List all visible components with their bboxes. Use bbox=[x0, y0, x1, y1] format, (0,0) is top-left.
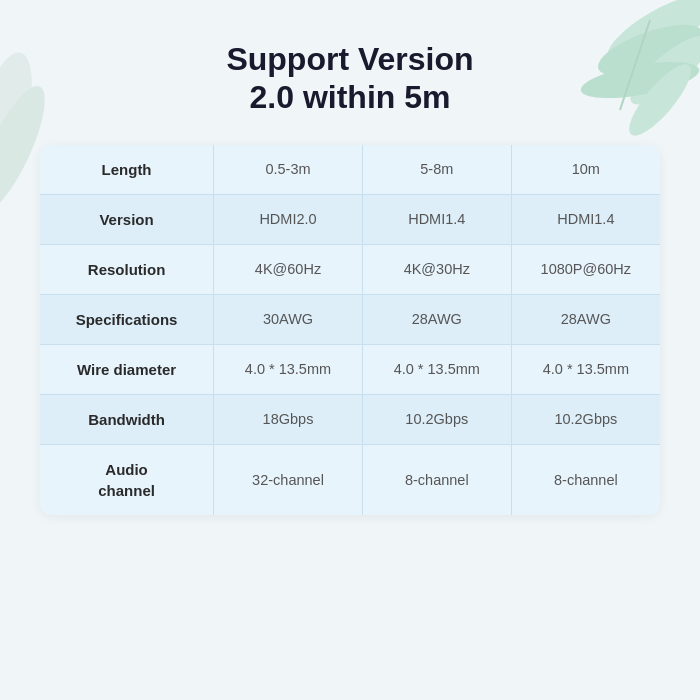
row-cell-2: 28AWG bbox=[362, 294, 511, 344]
row-cell-2: HDMI1.4 bbox=[362, 194, 511, 244]
table-row: Wire diameter4.0 * 13.5mm4.0 * 13.5mm4.0… bbox=[40, 344, 660, 394]
svg-point-0 bbox=[598, 0, 700, 77]
table-row: Resolution4K@60Hz4K@30Hz1080P@60Hz bbox=[40, 244, 660, 294]
table-row: Specifications30AWG28AWG28AWG bbox=[40, 294, 660, 344]
row-label: Length bbox=[40, 145, 214, 195]
leaf-decoration-top-right bbox=[540, 0, 700, 160]
row-cell-1: 18Gbps bbox=[214, 394, 363, 444]
row-cell-2: 4.0 * 13.5mm bbox=[362, 344, 511, 394]
table-row: Bandwidth18Gbps10.2Gbps10.2Gbps bbox=[40, 394, 660, 444]
row-cell-1: HDMI2.0 bbox=[214, 194, 363, 244]
row-cell-2: 5-8m bbox=[362, 145, 511, 195]
row-cell-3: 4.0 * 13.5mm bbox=[511, 344, 660, 394]
main-title: Support Version 2.0 within 5m bbox=[226, 40, 473, 117]
svg-point-1 bbox=[592, 14, 700, 85]
specs-table: Length0.5-3m5-8m10mVersionHDMI2.0HDMI1.4… bbox=[40, 145, 660, 515]
svg-point-3 bbox=[578, 55, 700, 105]
title-section: Support Version 2.0 within 5m bbox=[226, 40, 473, 117]
row-cell-2: 4K@30Hz bbox=[362, 244, 511, 294]
svg-point-4 bbox=[620, 57, 699, 144]
row-cell-3: 10.2Gbps bbox=[511, 394, 660, 444]
row-cell-1: 4.0 * 13.5mm bbox=[214, 344, 363, 394]
row-cell-1: 4K@60Hz bbox=[214, 244, 363, 294]
svg-point-2 bbox=[621, 26, 700, 115]
row-cell-2: 10.2Gbps bbox=[362, 394, 511, 444]
row-cell-3: HDMI1.4 bbox=[511, 194, 660, 244]
table-row: Length0.5-3m5-8m10m bbox=[40, 145, 660, 195]
row-cell-1: 30AWG bbox=[214, 294, 363, 344]
row-cell-3: 10m bbox=[511, 145, 660, 195]
row-cell-2: 8-channel bbox=[362, 444, 511, 515]
row-cell-3: 1080P@60Hz bbox=[511, 244, 660, 294]
row-cell-1: 32-channel bbox=[214, 444, 363, 515]
row-label: Wire diameter bbox=[40, 344, 214, 394]
row-cell-1: 0.5-3m bbox=[214, 145, 363, 195]
row-cell-3: 28AWG bbox=[511, 294, 660, 344]
row-label: Resolution bbox=[40, 244, 214, 294]
row-label: Audiochannel bbox=[40, 444, 214, 515]
title-line2: 2.0 within 5m bbox=[250, 79, 451, 115]
title-line1: Support Version bbox=[226, 41, 473, 77]
svg-line-5 bbox=[620, 20, 650, 110]
row-label: Version bbox=[40, 194, 214, 244]
table-row: VersionHDMI2.0HDMI1.4HDMI1.4 bbox=[40, 194, 660, 244]
specs-table-wrapper: Length0.5-3m5-8m10mVersionHDMI2.0HDMI1.4… bbox=[40, 145, 660, 515]
table-row: Audiochannel32-channel8-channel8-channel bbox=[40, 444, 660, 515]
svg-point-6 bbox=[0, 50, 45, 214]
page-container: Support Version 2.0 within 5m Length0.5-… bbox=[0, 0, 700, 700]
row-label: Specifications bbox=[40, 294, 214, 344]
row-label: Bandwidth bbox=[40, 394, 214, 444]
row-cell-3: 8-channel bbox=[511, 444, 660, 515]
